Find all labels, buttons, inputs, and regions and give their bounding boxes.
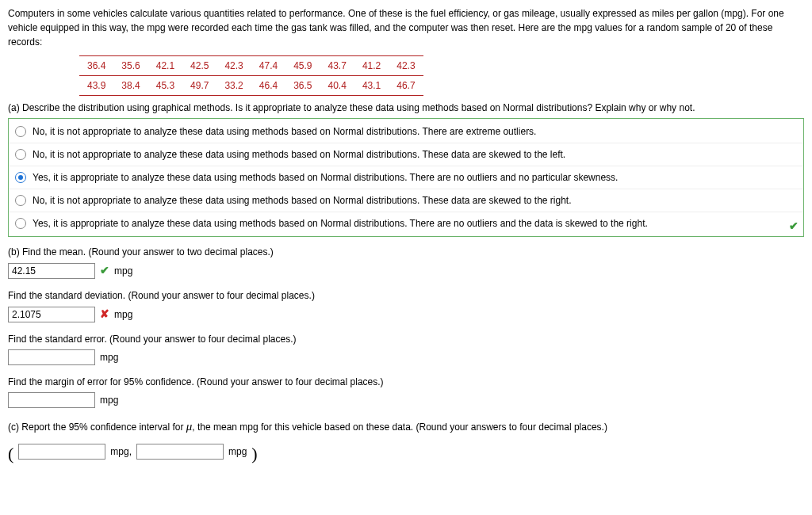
mean-input[interactable]	[8, 263, 95, 279]
data-row: 43.9 38.4 45.3 49.7 33.2 46.4 36.5 40.4 …	[79, 76, 423, 96]
multiple-choice-group: No, it is not appropriate to analyze the…	[8, 118, 804, 237]
data-cell: 38.4	[113, 76, 147, 96]
unit-label: mpg	[114, 307, 132, 322]
moe-input[interactable]	[8, 392, 95, 408]
unit-label: mpg	[114, 264, 132, 278]
data-cell: 42.3	[216, 56, 251, 76]
mc-option-label: Yes, it is appropriate to analyze these …	[33, 216, 648, 231]
radio-icon[interactable]	[15, 195, 26, 206]
data-cell: 43.9	[79, 76, 113, 96]
mc-option-label: No, it is not appropriate to analyze the…	[33, 147, 565, 162]
paren-open: (	[8, 441, 13, 467]
data-cell: 43.1	[354, 76, 389, 96]
problem-intro: Computers in some vehicles calculate var…	[8, 6, 804, 49]
unit-label: mpg	[100, 393, 118, 407]
moe-prompt: Find the margin of error for 95% confide…	[8, 375, 804, 389]
std-dev-input[interactable]	[8, 307, 95, 322]
mc-option-label: Yes, it is appropriate to analyze these …	[33, 170, 618, 185]
part-b-mean-prompt: (b) Find the mean. (Round your answer to…	[8, 245, 804, 259]
data-cell: 47.4	[251, 56, 285, 76]
data-cell: 46.7	[389, 76, 423, 96]
data-cell: 42.5	[182, 56, 216, 76]
mc-option-label: No, it is not appropriate to analyze the…	[33, 193, 572, 208]
part-c-prompt: (c) Report the 95% confidence interval f…	[8, 418, 804, 436]
radio-icon[interactable]	[15, 126, 26, 137]
data-cell: 45.9	[285, 56, 320, 76]
data-cell: 46.4	[251, 76, 285, 96]
std-dev-prompt: Find the standard deviation. (Round your…	[8, 288, 804, 303]
data-cell: 45.3	[148, 76, 182, 96]
data-cell: 36.4	[79, 56, 113, 76]
unit-label: mpg,	[110, 444, 132, 459]
data-cell: 41.2	[354, 56, 389, 76]
unit-label: mpg	[100, 350, 118, 364]
check-icon: ✔	[100, 262, 109, 279]
radio-icon[interactable]	[15, 218, 26, 229]
data-cell: 49.7	[182, 76, 216, 96]
std-err-prompt: Find the standard error. (Round your ans…	[8, 332, 804, 346]
paren-close: )	[251, 441, 257, 467]
data-cell: 40.4	[320, 76, 354, 96]
unit-label: mpg	[228, 444, 247, 459]
ci-upper-input[interactable]	[136, 444, 224, 460]
data-cell: 36.5	[285, 76, 320, 96]
cross-icon: ✘	[100, 306, 109, 322]
mc-option[interactable]: Yes, it is appropriate to analyze these …	[9, 166, 803, 189]
ci-lower-input[interactable]	[18, 444, 105, 460]
std-err-input[interactable]	[8, 349, 95, 365]
data-row: 36.4 35.6 42.1 42.5 42.3 47.4 45.9 43.7 …	[79, 56, 423, 76]
mc-option[interactable]: No, it is not appropriate to analyze the…	[9, 143, 803, 166]
mc-option[interactable]: No, it is not appropriate to analyze the…	[9, 189, 803, 212]
data-cell: 35.6	[113, 56, 147, 76]
data-table: 36.4 35.6 42.1 42.5 42.3 47.4 45.9 43.7 …	[79, 55, 423, 96]
mc-option-label: No, it is not appropriate to analyze the…	[33, 124, 536, 139]
mc-option[interactable]: Yes, it is appropriate to analyze these …	[9, 212, 803, 235]
data-cell: 42.1	[148, 56, 182, 76]
part-a-prompt: (a) Describe the distribution using grap…	[8, 101, 804, 115]
check-icon: ✔	[789, 218, 799, 235]
data-cell: 42.3	[389, 56, 423, 76]
data-cell: 33.2	[216, 76, 251, 96]
mc-option[interactable]: No, it is not appropriate to analyze the…	[9, 120, 803, 143]
radio-icon[interactable]	[15, 172, 26, 183]
radio-icon[interactable]	[15, 149, 26, 160]
data-cell: 43.7	[320, 56, 354, 76]
